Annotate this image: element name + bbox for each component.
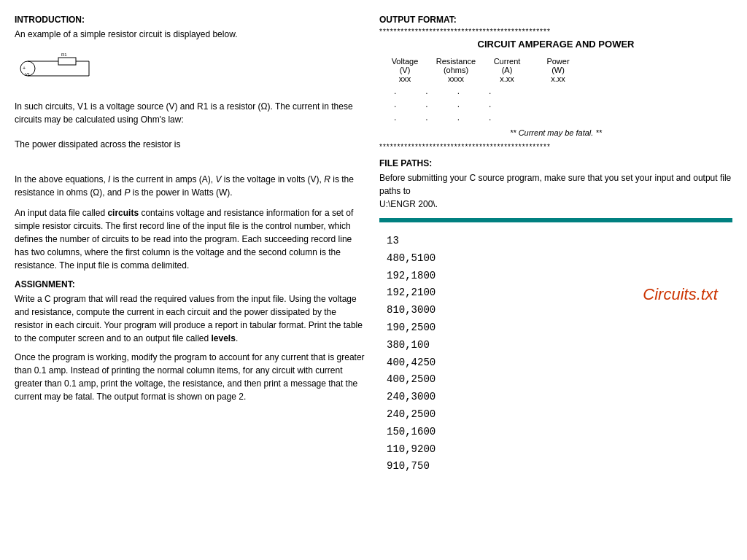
fatal-message: ** Current may be fatal. ** — [379, 128, 732, 137]
data-line: 240,3000 — [387, 389, 725, 406]
data-line: 400,2500 — [387, 371, 725, 389]
equations-text: In the above equations, I is the current… — [15, 173, 365, 199]
table-data-row: xxx xxxx x.xx x.xx — [379, 74, 732, 83]
col2-data: xxxx — [430, 74, 481, 83]
dot: . — [457, 86, 460, 96]
table-subheader: (V) (ohms) (A) (W) — [379, 66, 732, 74]
data-line: 110,9200 — [387, 441, 725, 459]
data-line: 13 — [387, 233, 725, 250]
var-r: R — [324, 174, 330, 184]
data-panel: 13480,5100192,1800192,2100810,3000190,25… — [379, 230, 732, 478]
dot: . — [457, 99, 460, 109]
file-paths-title: FILE PATHS: — [379, 158, 732, 168]
circuit-diagram: + V1 R1 — [15, 47, 365, 100]
circuits-bold: circuits — [107, 208, 139, 218]
svg-text:R1: R1 — [61, 52, 67, 57]
dot: . — [425, 99, 427, 109]
col1-sub: (V) — [379, 66, 430, 74]
svg-rect-9 — [58, 58, 76, 65]
dot: . — [489, 112, 491, 122]
dot: . — [425, 112, 427, 122]
dots-row-1: . . . . — [379, 86, 732, 96]
teal-divider — [379, 218, 732, 222]
col3-sub: (A) — [481, 66, 533, 74]
var-v: V — [216, 174, 222, 184]
modify-text: Once the program is working, modify the … — [15, 351, 365, 403]
col4-sub: (W) — [533, 66, 584, 74]
assignment-title: ASSIGNMENT: — [15, 279, 365, 289]
table-header: Voltage Resistance Current Power — [379, 57, 732, 66]
assignment-text: Write a C program that will read the req… — [15, 292, 365, 345]
data-line: 240,2500 — [387, 406, 725, 424]
file-paths-text: Before submitting your C source program,… — [379, 171, 732, 211]
col4-data: x.xx — [533, 74, 584, 83]
data-line: 380,100 — [387, 337, 725, 354]
col2-header: Resistance — [430, 57, 481, 66]
col1-data: xxx — [379, 74, 430, 83]
dot: . — [489, 86, 491, 96]
introduction-text: An example of a simple resistor circuit … — [15, 28, 365, 41]
levels-bold: levels — [212, 333, 236, 343]
col3-header: Current — [481, 57, 533, 66]
data-line: 150,1600 — [387, 424, 725, 441]
file-paths-desc: Before submitting your C source program,… — [379, 173, 731, 196]
file-paths-section: FILE PATHS: Before submitting your C sou… — [379, 158, 732, 211]
dot: . — [457, 112, 460, 122]
data-line: 400,4250 — [387, 354, 725, 372]
input-file-text: An input data file called circuits conta… — [15, 206, 365, 272]
dot: . — [425, 86, 427, 96]
col2-sub: (ohms) — [430, 66, 481, 74]
file-paths-value: U:\ENGR 200\. — [379, 199, 438, 209]
bottom-asterisks: ****************************************… — [379, 143, 732, 151]
var-i: I — [108, 174, 110, 184]
top-asterisks: ****************************************… — [379, 28, 732, 36]
col1-header: Voltage — [379, 57, 430, 66]
dot: . — [394, 112, 396, 122]
dot: . — [489, 99, 491, 109]
dots-row-3: . . . . — [379, 112, 732, 122]
col4-header: Power — [533, 57, 584, 66]
data-lines: 13480,5100192,1800192,2100810,3000190,25… — [387, 233, 725, 475]
circuits-label: Circuits.txt — [643, 281, 718, 308]
data-line: 480,5100 — [387, 250, 725, 268]
output-format-title: OUTPUT FORMAT: — [379, 15, 732, 25]
var-p: P — [124, 187, 130, 198]
introduction-title: INTRODUCTION: — [15, 15, 365, 25]
dots-row-2: . . . . — [379, 99, 732, 109]
dot: . — [394, 99, 396, 109]
power-text: The power dissipated across the resistor… — [15, 138, 365, 151]
output-format-section: OUTPUT FORMAT: *************************… — [379, 15, 732, 151]
data-line: 190,2500 — [387, 319, 725, 337]
left-column: INTRODUCTION: An example of a simple res… — [15, 15, 365, 545]
svg-text:+: + — [23, 66, 26, 71]
dot: . — [394, 86, 396, 96]
col3-data: x.xx — [481, 74, 533, 83]
data-line: 910,750 — [387, 458, 725, 475]
circuit-description: In such circuits, V1 is a voltage source… — [15, 100, 365, 126]
right-column: OUTPUT FORMAT: *************************… — [379, 15, 732, 545]
circuit-title: CIRCUIT AMPERAGE AND POWER — [379, 39, 732, 50]
